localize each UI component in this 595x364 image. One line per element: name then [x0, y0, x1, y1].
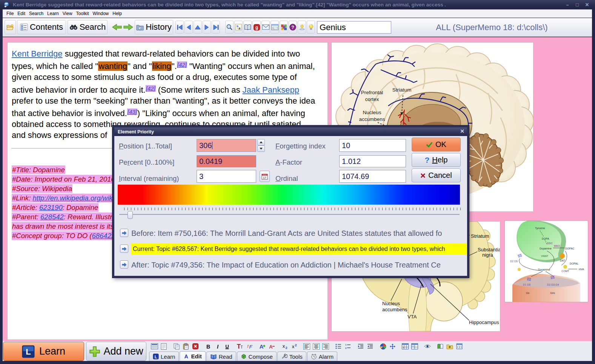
rename-window-button[interactable]: I...: [271, 21, 279, 34]
a-factor-input[interactable]: 1.012: [339, 155, 406, 167]
fmt-shrink-button[interactable]: A: [268, 342, 276, 350]
after-row[interactable]: After: Topic #749,356: The Impact of Edu…: [131, 261, 465, 269]
fmt-move-button[interactable]: [388, 342, 397, 350]
fmt-font-button[interactable]: TT: [236, 342, 244, 350]
text-link[interactable]: Jaak Panksepp: [243, 85, 299, 95]
priority-color-scale[interactable]: [118, 185, 460, 205]
menu-toolkit[interactable]: Toolkit: [74, 10, 91, 17]
reference-link[interactable]: 628542: [40, 213, 64, 221]
nav-first-button[interactable]: [175, 21, 184, 34]
close-button[interactable]: ✕: [582, 2, 592, 8]
bulb-button[interactable]: [307, 21, 315, 34]
fmt-book-button[interactable]: [436, 342, 444, 350]
tab-read[interactable]: Read: [206, 352, 236, 361]
fmt-bullets-button[interactable]: [334, 342, 343, 350]
priority-slider-track[interactable]: [119, 214, 460, 216]
menu-file[interactable]: File: [5, 10, 15, 17]
fmt-doc-button[interactable]: [160, 342, 168, 350]
search-input[interactable]: Genius: [317, 21, 391, 34]
position-spinner[interactable]: [257, 139, 265, 152]
fmt-italic-button[interactable]: I: [214, 342, 222, 350]
text-link[interactable]: Kent Berridge: [12, 49, 63, 58]
spin-up-button[interactable]: [257, 139, 265, 145]
fmt-fontsize-button[interactable]: fF: [245, 342, 254, 350]
fmt-indent-button[interactable]: [357, 342, 365, 350]
fmt-table2-button[interactable]: [411, 342, 419, 350]
ok-button[interactable]: OK: [412, 138, 461, 151]
tab-compose[interactable]: Compose: [237, 352, 277, 361]
fmt-align-right-button[interactable]: [321, 342, 330, 350]
go-before-button[interactable]: [120, 229, 128, 237]
minimize-button[interactable]: –: [563, 2, 572, 8]
tab-learn[interactable]: LLearn: [149, 352, 179, 361]
fmt-copy-button[interactable]: [172, 342, 181, 350]
nav-next-button[interactable]: [203, 21, 211, 34]
menu-search[interactable]: Search: [27, 10, 45, 17]
magnifier-button[interactable]: [225, 21, 234, 34]
nav-up-button[interactable]: [194, 21, 202, 34]
priority-slider-thumb[interactable]: [128, 211, 133, 219]
go-current-button[interactable]: [120, 245, 128, 253]
menu-edit[interactable]: Edit: [15, 10, 27, 17]
help-button[interactable]: ? Help: [412, 153, 461, 167]
spin-down-button[interactable]: [257, 145, 265, 152]
forgetting-index-input[interactable]: 10: [339, 139, 406, 152]
fmt-align-left-button[interactable]: [303, 342, 311, 350]
google-button[interactable]: g: [252, 21, 261, 34]
fmt-folderup-button[interactable]: [446, 342, 454, 350]
fmt-template-button[interactable]: [150, 342, 158, 350]
interval-calendar-button[interactable]: 17: [260, 171, 270, 182]
mosaic-button[interactable]: [280, 21, 288, 34]
synapse-image-panel[interactable]: ʬʬ ʬʬ ʬʬ Tyrosine DOPA DDC Dopamine MAO …: [504, 220, 588, 302]
dictionary-button[interactable]: [243, 21, 252, 34]
translate-button[interactable]: ba: [234, 21, 243, 34]
tab-alarm[interactable]: Alarm: [307, 352, 337, 361]
ordinal-input[interactable]: 1074.69: [339, 170, 406, 183]
fmt-grow-button[interactable]: A: [258, 342, 266, 350]
fmt-align-center-button[interactable]: [312, 342, 320, 350]
citation-ref[interactable]: [43]: [127, 109, 137, 115]
fmt-table1-button[interactable]: 1: [401, 342, 409, 350]
nav-last-button[interactable]: [212, 21, 220, 34]
menu-view[interactable]: View: [61, 10, 74, 17]
citation-ref[interactable]: [42]: [146, 85, 156, 92]
mail-button[interactable]: [261, 21, 270, 34]
reference-link[interactable]: 623190: [39, 203, 63, 211]
interval-input[interactable]: 3: [197, 170, 256, 183]
back-button[interactable]: [111, 21, 123, 34]
fmt-pie-button[interactable]: [379, 342, 387, 350]
genius-hand-button[interactable]: [298, 21, 306, 34]
position-input[interactable]: 306: [197, 139, 256, 152]
open-collection-button[interactable]: [5, 20, 16, 34]
maximize-button[interactable]: □: [572, 2, 582, 8]
fmt-expand-button[interactable]: [455, 342, 463, 350]
percent-input[interactable]: 0.0419: [197, 155, 256, 167]
fmt-eye-button[interactable]: [423, 342, 432, 350]
tab-tools[interactable]: Tools: [277, 352, 306, 361]
menu-help[interactable]: Help: [111, 10, 124, 17]
menu-learn[interactable]: Learn: [45, 10, 61, 17]
reference-link[interactable]: http://en.wikipedia.org/wiki/: [33, 194, 116, 202]
help-ring-button[interactable]: ?: [289, 21, 297, 34]
fmt-sub-button[interactable]: x2: [280, 342, 289, 350]
fmt-paste-button[interactable]: [182, 342, 190, 350]
dialog-titlebar[interactable]: Element Priority ✕: [114, 127, 467, 136]
current-row-highlight[interactable]: Current: Topic #628,567: Kent Berridge s…: [131, 243, 467, 255]
dialog-close-button[interactable]: ✕: [460, 128, 464, 134]
history-button[interactable]: History: [135, 20, 173, 34]
menu-window[interactable]: Window: [91, 10, 111, 17]
fmt-outdent-button[interactable]: [366, 342, 374, 350]
go-after-button[interactable]: [120, 260, 128, 269]
cancel-button[interactable]: Cancel: [412, 168, 461, 182]
fmt-numbers-button[interactable]: 12: [344, 342, 352, 350]
search-button[interactable]: Search: [68, 20, 108, 34]
fmt-bold-button[interactable]: B: [204, 342, 212, 350]
add-new-button[interactable]: Add new: [86, 342, 146, 361]
fmt-underline-button[interactable]: U: [223, 342, 231, 350]
learn-button[interactable]: L Learn: [3, 342, 84, 361]
fmt-delete-button[interactable]: [191, 342, 200, 350]
tab-edit[interactable]: AEdit: [180, 351, 205, 361]
before-row[interactable]: Before: Item #750,166: The Morrill Land-…: [131, 229, 465, 238]
citation-ref[interactable]: [42]: [177, 61, 187, 68]
reference-link[interactable]: 686422: [92, 232, 115, 240]
